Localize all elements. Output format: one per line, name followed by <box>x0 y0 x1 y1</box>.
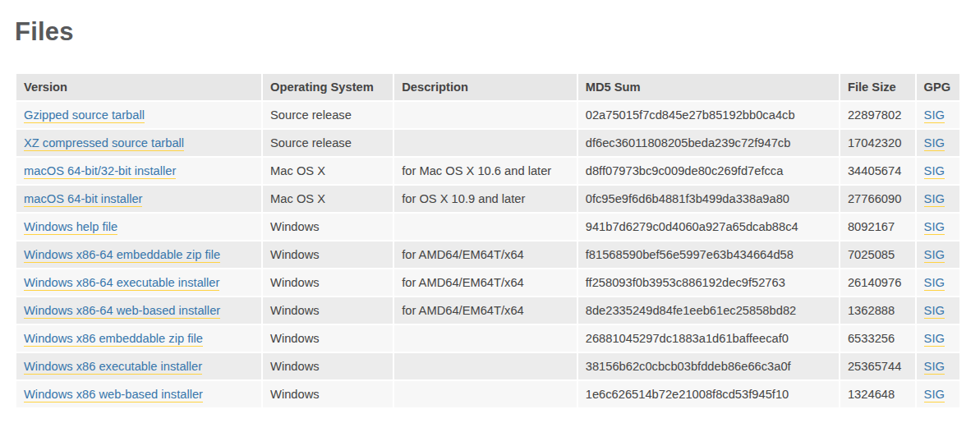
file-size-cell: 34405674 <box>840 157 916 185</box>
sig-link[interactable]: SIG <box>924 388 945 402</box>
gpg-cell: SIG <box>916 380 960 408</box>
file-size-cell: 17042320 <box>840 129 916 157</box>
version-cell: Gzipped source tarball <box>16 101 262 129</box>
os-cell: Source release <box>262 129 393 157</box>
version-link[interactable]: Windows x86 web-based installer <box>24 388 203 402</box>
table-row: XZ compressed source tarball Source rele… <box>16 129 960 157</box>
sig-link[interactable]: SIG <box>924 108 945 123</box>
version-cell: Windows help file <box>16 213 262 241</box>
version-cell: Windows x86-64 executable installer <box>16 269 262 297</box>
os-cell: Windows <box>262 269 393 297</box>
description-cell: for AMD64/EM64T/x64 <box>393 297 577 324</box>
gpg-cell: SIG <box>916 157 960 185</box>
page-title: Files <box>15 0 961 45</box>
version-link[interactable]: Windows x86 executable installer <box>24 360 202 375</box>
version-cell: XZ compressed source tarball <box>16 129 262 157</box>
version-cell: Windows x86-64 embeddable zip file <box>16 241 262 269</box>
column-header-gpg: GPG <box>916 73 960 101</box>
gpg-cell: SIG <box>916 352 960 380</box>
files-table: Version Operating System Description MD5… <box>15 72 961 409</box>
version-link[interactable]: Windows x86-64 embeddable zip file <box>24 248 220 263</box>
file-size-cell: 27766090 <box>840 185 916 213</box>
description-cell <box>393 380 577 408</box>
description-cell <box>393 352 577 380</box>
md5-cell: 941b7d6279c0d4060a927a65dcab88c4 <box>577 213 840 241</box>
table-row: Gzipped source tarball Source release 02… <box>16 101 960 129</box>
md5-cell: 38156b62c0cbcb03bfddeb86e66c3a0f <box>577 352 840 380</box>
md5-cell: 0fc95e9f6d6b4881f3b499da338a9a80 <box>577 185 840 213</box>
description-cell: for Mac OS X 10.6 and later <box>393 157 577 185</box>
gpg-cell: SIG <box>916 297 960 324</box>
version-cell: Windows x86 web-based installer <box>16 380 262 408</box>
version-link[interactable]: Windows x86-64 executable installer <box>24 276 219 291</box>
version-link[interactable]: Gzipped source tarball <box>24 108 145 123</box>
file-size-cell: 8092167 <box>840 213 916 241</box>
os-cell: Windows <box>262 213 393 241</box>
description-cell <box>393 324 577 352</box>
version-link[interactable]: XZ compressed source tarball <box>24 136 184 151</box>
file-size-cell: 22897802 <box>840 101 916 129</box>
sig-link[interactable]: SIG <box>924 220 945 235</box>
column-header-version: Version <box>16 73 262 101</box>
page: Files Version Operating System Descripti… <box>0 0 980 437</box>
md5-cell: 26881045297dc1883a1d61baffeecaf0 <box>577 324 840 352</box>
table-header-row: Version Operating System Description MD5… <box>16 73 960 101</box>
table-row: Windows x86-64 embeddable zip file Windo… <box>16 241 960 269</box>
md5-cell: d8ff07973bc9c009de80c269fd7efcca <box>577 157 840 185</box>
sig-link[interactable]: SIG <box>924 304 945 319</box>
description-cell: for OS X 10.9 and later <box>393 185 577 213</box>
table-row: macOS 64-bit installer Mac OS X for OS X… <box>16 185 960 213</box>
os-cell: Windows <box>262 297 393 324</box>
os-cell: Windows <box>262 380 393 408</box>
gpg-cell: SIG <box>916 129 960 157</box>
file-size-cell: 1324648 <box>840 380 916 408</box>
version-link[interactable]: Windows help file <box>24 220 117 235</box>
version-link[interactable]: macOS 64-bit/32-bit installer <box>24 164 176 179</box>
table-row: Windows help file Windows 941b7d6279c0d4… <box>16 213 960 241</box>
description-cell <box>393 129 577 157</box>
md5-cell: 02a75015f7cd845e27b85192bb0ca4cb <box>577 101 840 129</box>
version-cell: macOS 64-bit/32-bit installer <box>16 157 262 185</box>
sig-link[interactable]: SIG <box>924 192 945 207</box>
version-link[interactable]: macOS 64-bit installer <box>24 192 142 207</box>
gpg-cell: SIG <box>916 324 960 352</box>
md5-cell: 8de2335249d84fe1eeb61ec25858bd82 <box>577 297 840 324</box>
md5-cell: ff258093f0b3953c886192dec9f52763 <box>577 269 840 297</box>
gpg-cell: SIG <box>916 241 960 269</box>
version-cell: Windows x86 executable installer <box>16 352 262 380</box>
file-size-cell: 26140976 <box>840 269 916 297</box>
os-cell: Windows <box>262 324 393 352</box>
sig-link[interactable]: SIG <box>924 360 945 375</box>
sig-link[interactable]: SIG <box>924 248 945 263</box>
column-header-operating-system: Operating System <box>262 73 393 101</box>
table-row: Windows x86 executable installer Windows… <box>16 352 960 380</box>
description-cell <box>393 213 577 241</box>
version-link[interactable]: Windows x86-64 web-based installer <box>24 304 220 319</box>
table-row: Windows x86 embeddable zip file Windows … <box>16 324 960 352</box>
gpg-cell: SIG <box>916 185 960 213</box>
md5-cell: f81568590bef56e5997e63b434664d58 <box>577 241 840 269</box>
md5-cell: 1e6c626514b72e21008f8cd53f945f10 <box>577 380 840 408</box>
description-cell: for AMD64/EM64T/x64 <box>393 269 577 297</box>
file-size-cell: 1362888 <box>840 297 916 324</box>
column-header-md5-sum: MD5 Sum <box>577 73 840 101</box>
os-cell: Windows <box>262 352 393 380</box>
version-cell: Windows x86-64 web-based installer <box>16 297 262 324</box>
version-link[interactable]: Windows x86 embeddable zip file <box>24 332 203 347</box>
gpg-cell: SIG <box>916 269 960 297</box>
sig-link[interactable]: SIG <box>924 164 945 179</box>
sig-link[interactable]: SIG <box>924 136 945 151</box>
table-row: Windows x86 web-based installer Windows … <box>16 380 960 408</box>
file-size-cell: 7025085 <box>840 241 916 269</box>
description-cell <box>393 101 577 129</box>
table-row: macOS 64-bit/32-bit installer Mac OS X f… <box>16 157 960 185</box>
os-cell: Windows <box>262 241 393 269</box>
md5-cell: df6ec36011808205beda239c72f947cb <box>577 129 840 157</box>
gpg-cell: SIG <box>916 213 960 241</box>
sig-link[interactable]: SIG <box>924 332 945 347</box>
os-cell: Mac OS X <box>262 157 393 185</box>
file-size-cell: 6533256 <box>840 324 916 352</box>
sig-link[interactable]: SIG <box>924 276 945 291</box>
gpg-cell: SIG <box>916 101 960 129</box>
column-header-description: Description <box>393 73 577 101</box>
